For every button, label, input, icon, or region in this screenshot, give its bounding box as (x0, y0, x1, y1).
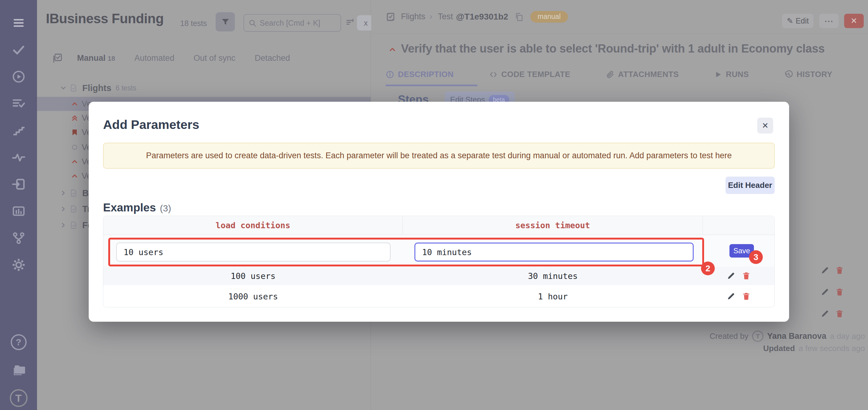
table-edit-row: Save (103, 235, 774, 267)
info-banner: Parameters are used to create data-drive… (103, 143, 775, 169)
annotation-badge-2: 2 (701, 262, 715, 275)
modal-title: Add Parameters (103, 117, 199, 132)
edit-row-pencil-icon[interactable] (726, 271, 736, 280)
delete-row-trash-icon[interactable] (742, 271, 751, 280)
column-header-actions (703, 216, 774, 235)
session-timeout-input[interactable] (414, 243, 694, 262)
add-parameters-modal: Add Parameters ✕ Parameters are used to … (89, 102, 789, 322)
delete-row-trash-icon[interactable] (742, 292, 751, 301)
load-conditions-input[interactable] (116, 243, 391, 262)
row-actions (703, 285, 774, 307)
annotation-badge-3: 3 (749, 250, 763, 264)
table-row: 100 users 30 minutes (103, 267, 774, 285)
parameters-table: load conditions session timeout Save 100… (103, 216, 775, 307)
table-header-row: load conditions session timeout (103, 216, 774, 235)
edit-row-pencil-icon[interactable] (726, 292, 736, 301)
column-header-load-conditions: load conditions (103, 216, 403, 235)
column-header-session-timeout: session timeout (403, 216, 703, 235)
examples-heading: Examples (3) (103, 201, 171, 214)
app-root: ? T IBusiness Funding 18 tests x Manual … (0, 0, 868, 410)
examples-count: (3) (160, 203, 171, 213)
table-row: 1000 users 1 hour (103, 285, 774, 307)
close-icon: ✕ (762, 121, 769, 131)
modal-close-button[interactable]: ✕ (757, 117, 773, 134)
edit-header-button[interactable]: Edit Header (725, 177, 775, 194)
